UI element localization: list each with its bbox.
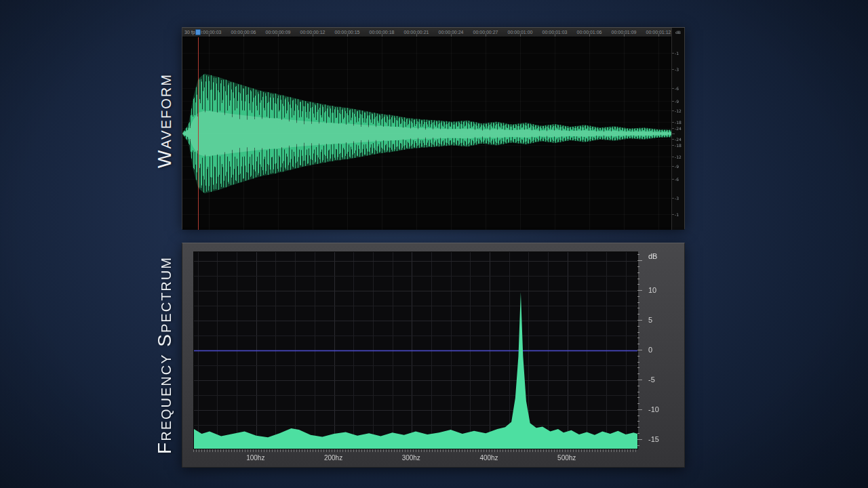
ruler-tick-mark — [278, 34, 279, 37]
spectrum-panel: dB 1050-5-10-15100hz200hz300hz400hz500hz — [182, 243, 685, 468]
spectrum-hz-tick-label: 500hz — [557, 454, 576, 462]
ruler-tick-mark — [555, 34, 555, 37]
timeline-ruler[interactable]: 30 fps 00:00:00:0300:00:00:0600:00:00:09… — [182, 28, 672, 37]
spectrum-hz-tick-label: 300hz — [402, 454, 420, 462]
waveform-panel: 30 fps 00:00:00:0300:00:00:0600:00:00:09… — [182, 27, 685, 229]
spectrum-db-tick-label: -15 — [648, 435, 659, 443]
spectrum-hz-tick-ruler — [193, 449, 637, 452]
ruler-tick-mark — [451, 34, 452, 37]
spectrum-hz-tick-label: 400hz — [479, 454, 498, 462]
spectrum-db-tick-label: -10 — [648, 405, 659, 413]
waveform-panel-label: Waveform — [154, 73, 176, 168]
spectrum-hz-tick-label: 200hz — [324, 454, 342, 462]
ruler-tick-mark — [589, 34, 590, 37]
ruler-tick-mark — [382, 34, 382, 37]
ruler-tick-mark — [209, 34, 210, 37]
spectrum-hz-tick-label: 100hz — [246, 454, 264, 462]
ruler-tick-mark — [416, 34, 417, 37]
spectrum-canvas[interactable] — [193, 251, 638, 449]
spectrum-panel-label: Frequency Spectrum — [154, 256, 176, 454]
ruler-tick-mark — [313, 34, 313, 37]
waveform-canvas[interactable] — [182, 37, 673, 230]
ruler-tick-mark — [658, 34, 659, 37]
spectrum-db-tick-label: 5 — [648, 316, 652, 324]
ruler-tick-mark — [520, 34, 521, 37]
spectrum-db-tick-label: -5 — [648, 375, 655, 384]
playhead-handle[interactable] — [195, 29, 201, 35]
spectrum-db-tick-ruler — [637, 251, 647, 448]
stage: Waveform Frequency Spectrum 30 fps 00:00… — [0, 0, 868, 488]
ruler-tick-mark — [624, 34, 625, 37]
spectrum-db-unit-label: dB — [648, 252, 657, 260]
waveform-db-scale — [671, 28, 684, 230]
spectrum-db-tick-label: 10 — [648, 286, 656, 294]
ruler-tick-mark — [347, 34, 348, 37]
ruler-tick-mark — [243, 34, 244, 37]
spectrum-db-tick-label: 0 — [648, 346, 652, 354]
ruler-tick-mark — [486, 34, 486, 37]
